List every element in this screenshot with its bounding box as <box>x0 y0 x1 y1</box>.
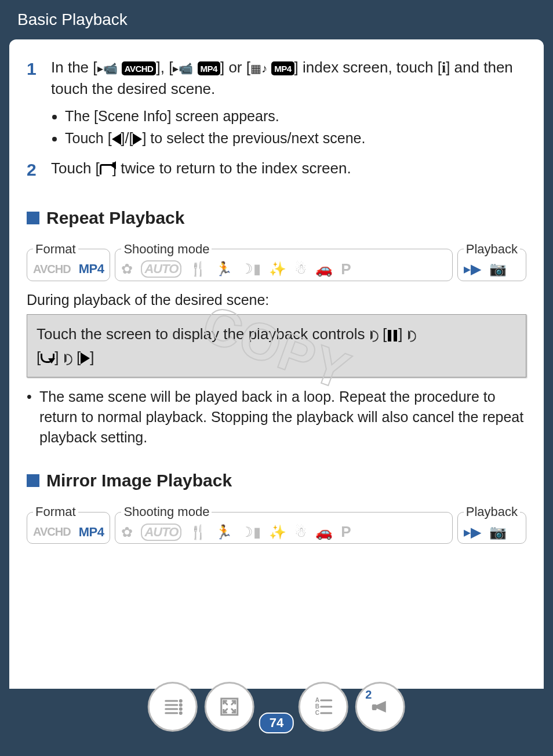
toc-button[interactable] <box>148 682 198 732</box>
food-icon: 🍴 <box>190 524 207 540</box>
step-arrow-icon <box>408 330 415 340</box>
pause-icon <box>387 324 398 346</box>
auto-mode-icon: AUTO <box>141 260 181 278</box>
car-icon: 🚗 <box>315 261 333 277</box>
bullet-icon: • <box>27 387 36 448</box>
format-mp4: MP4 <box>79 261 104 277</box>
svg-point-6 <box>180 708 181 710</box>
photo-playback-icon: 📷 <box>489 261 507 277</box>
instruction-box: Touch the screen to display the playback… <box>27 314 526 378</box>
format-legend: Format <box>33 504 78 519</box>
step-1-bullets: The [Scene Info] screen appears. Touch [… <box>65 106 526 149</box>
footer: 74 ABC 2 <box>0 689 553 735</box>
svg-rect-15 <box>372 704 377 710</box>
section-mirror-playback: Mirror Image Playback <box>27 471 526 490</box>
svg-text:B: B <box>315 703 319 710</box>
format-legend: Format <box>33 242 78 257</box>
format-mp4: MP4 <box>79 525 104 540</box>
camera-mode-button[interactable]: 2 <box>355 682 405 732</box>
shooting-legend: Shooting mode <box>121 242 212 257</box>
sports-icon: 🏃 <box>215 524 232 540</box>
format-avchd: AVCHD <box>33 263 71 276</box>
right-triangle-icon <box>133 133 142 145</box>
step-arrow-icon <box>64 354 71 363</box>
playback-legend: Playback <box>464 242 520 257</box>
format-group: Format AVCHD MP4 <box>27 504 110 544</box>
step-1: 1 In the [▸📹 AVCHD], [▸📹 MP4] or [▦♪ MP4… <box>27 57 526 150</box>
page-header: Basic Playback <box>0 0 553 39</box>
night-icon: ☽▮ <box>241 524 261 540</box>
movie-playback-icon: ▸▶ <box>464 524 481 540</box>
fireworks-icon: ✨ <box>269 261 286 277</box>
step-arrow-icon <box>370 330 377 340</box>
footer-nav: 74 ABC 2 <box>148 682 405 732</box>
avchd-badge: AVCHD <box>122 61 157 75</box>
playback-group: Playback ▸▶ 📷 <box>457 242 526 281</box>
format-group: Format AVCHD MP4 <box>27 242 110 281</box>
play-icon <box>81 352 90 364</box>
step-1-line: In the [▸📹 AVCHD], [▸📹 MP4] or [▦♪ MP4] … <box>51 57 526 100</box>
badge-number: 2 <box>365 688 372 702</box>
page-number: 74 <box>259 713 294 733</box>
p-mode-icon: P <box>341 523 351 541</box>
step-2-line: Touch [] twice to return to the index sc… <box>51 158 351 179</box>
square-bullet-icon <box>27 474 39 487</box>
playback-group: Playback ▸▶ 📷 <box>457 504 526 544</box>
loop-icon <box>41 354 54 363</box>
snow-icon: ☃ <box>294 524 307 540</box>
shooting-mode-group: Shooting mode ✿ AUTO 🍴 🏃 ☽▮ ✨ ☃ 🚗 P <box>115 242 452 281</box>
bullet: The [Scene Info] screen appears. <box>65 106 526 126</box>
svg-text:C: C <box>315 710 319 716</box>
page-body: 1 In the [▸📹 AVCHD], [▸📹 MP4] or [▦♪ MP4… <box>9 39 544 735</box>
macro-icon: ✿ <box>121 261 133 277</box>
movie-playback-icon: ▸▶ <box>464 261 481 277</box>
header-title: Basic Playback <box>17 10 128 28</box>
fullscreen-button[interactable] <box>205 682 254 732</box>
svg-point-5 <box>180 704 181 706</box>
shooting-mode-group: Shooting mode ✿ AUTO 🍴 🏃 ☽▮ ✨ ☃ 🚗 P <box>115 504 452 544</box>
return-icon <box>100 164 112 175</box>
step-1-content: In the [▸📹 AVCHD], [▸📹 MP4] or [▦♪ MP4] … <box>51 57 526 150</box>
car-icon: 🚗 <box>315 524 333 540</box>
step-2-content: Touch [] twice to return to the index sc… <box>51 158 351 184</box>
bullet: Touch []/[] to select the previous/next … <box>65 128 526 148</box>
format-avchd: AVCHD <box>33 525 71 539</box>
camcorder-icon: ▸📹 <box>97 63 118 74</box>
step-number: 1 <box>27 57 41 150</box>
p-mode-icon: P <box>341 260 351 278</box>
mp4-badge: MP4 <box>271 61 294 75</box>
left-triangle-icon <box>112 133 121 145</box>
food-icon: 🍴 <box>190 261 207 277</box>
macro-icon: ✿ <box>121 524 133 540</box>
music-grid-icon: ▦♪ <box>250 63 267 74</box>
step-number: 2 <box>27 158 41 184</box>
fireworks-icon: ✨ <box>269 524 286 540</box>
night-icon: ☽▮ <box>241 261 261 277</box>
auto-mode-icon: AUTO <box>141 524 181 541</box>
playback-legend: Playback <box>464 504 520 519</box>
square-bullet-icon <box>27 212 39 224</box>
step-2: 2 Touch [] twice to return to the index … <box>27 158 526 184</box>
snow-icon: ☃ <box>294 261 307 277</box>
shooting-legend: Shooting mode <box>121 504 212 519</box>
svg-text:A: A <box>315 697 319 703</box>
section-repeat-playback: Repeat Playback <box>27 208 526 228</box>
index-button[interactable]: ABC <box>299 682 348 732</box>
photo-playback-icon: 📷 <box>489 524 507 540</box>
svg-point-7 <box>180 713 181 714</box>
mode-bar: Format AVCHD MP4 Shooting mode ✿ AUTO 🍴 … <box>27 242 526 281</box>
svg-point-4 <box>180 700 181 702</box>
sports-icon: 🏃 <box>215 261 232 277</box>
note: • The same scene will be played back in … <box>27 387 526 448</box>
mp4-badge: MP4 <box>198 61 220 75</box>
lead-text: During playback of the desired scene: <box>27 292 526 308</box>
camcorder-icon: ▸📹 <box>173 63 193 74</box>
mode-bar: Format AVCHD MP4 Shooting mode ✿ AUTO 🍴 … <box>27 504 526 544</box>
